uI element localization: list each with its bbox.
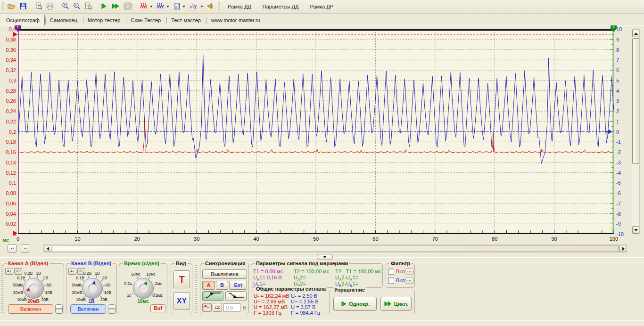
scroll-down-button[interactable] xyxy=(632,226,639,234)
channel-b-title: Канал В (В/дел) xyxy=(70,261,113,266)
calculator-button[interactable] xyxy=(171,1,187,12)
sync-level-input[interactable] xyxy=(223,303,240,312)
dropdown-arrow-icon[interactable] xyxy=(150,6,153,8)
knob-tick xyxy=(149,277,150,279)
marker-a-settings-button[interactable]: .. xyxy=(8,244,17,253)
toolbar-gripper[interactable] xyxy=(2,2,4,11)
tab-6[interactable]: www.motor-master.ru xyxy=(206,15,265,25)
buffer-button[interactable]: Buf xyxy=(150,304,165,312)
knob-scale-label: 0,5мс xyxy=(150,293,165,298)
toolbar-separator xyxy=(58,2,58,11)
tab-3[interactable]: Мотор-тестер xyxy=(83,15,126,25)
tab-2[interactable]: Самописец xyxy=(45,15,83,25)
rising-edge-button[interactable] xyxy=(202,291,223,301)
toolbar: √α Рамка ДДПараметры ДДРамка ДР xyxy=(0,0,644,14)
x-axis-label: 90 xyxy=(545,236,564,242)
oscillogram[interactable] xyxy=(18,29,614,234)
falling-edge-button[interactable] xyxy=(225,291,247,301)
scroll-left-button[interactable] xyxy=(44,245,51,252)
channel-b-minus-button[interactable]: — xyxy=(108,304,116,314)
scroll-up-button[interactable] xyxy=(632,30,639,37)
left-axis-label: 0,24 xyxy=(0,108,16,114)
right-axis-label: -6 xyxy=(616,190,631,196)
svg-text:√α: √α xyxy=(190,3,197,10)
sync-level-icon xyxy=(214,305,221,311)
zoom-vertical-button[interactable] xyxy=(60,1,71,12)
filter-checkbox-2[interactable] xyxy=(388,277,394,284)
tab-5[interactable]: Тест-мастер xyxy=(166,15,206,25)
left-axis-label: 0,04 xyxy=(0,211,16,217)
menu-item-3[interactable]: Рамка ДР xyxy=(310,4,333,9)
sync-source-2-button[interactable]: В xyxy=(216,281,228,290)
menu-item-2[interactable]: Параметры ДД xyxy=(263,4,299,9)
time-knob-area: 50мс10мс0,2с2мс1с0,5мс10мс xyxy=(119,269,167,307)
param-text: U xyxy=(253,275,257,280)
edit-disabled-icon xyxy=(124,2,132,11)
channel-b-power-button[interactable]: Включен xyxy=(70,304,106,314)
menu-gripper[interactable] xyxy=(218,2,220,11)
sync-off-button[interactable]: Выключена xyxy=(202,269,247,279)
right-axis-label: 4 xyxy=(616,88,631,94)
panel-gripper-2[interactable] xyxy=(195,265,197,314)
dropdown-arrow-icon[interactable] xyxy=(166,6,169,8)
filter-checkbox-1[interactable] xyxy=(388,269,394,275)
left-axis-label: 0,36 xyxy=(0,47,16,53)
sound-button[interactable] xyxy=(205,1,216,12)
knob-scale-label: 2В xyxy=(97,276,112,280)
tab-4[interactable]: Скан-Тестер xyxy=(125,15,166,25)
page-preview-button[interactable] xyxy=(83,1,94,12)
left-axis-label: 0,1 xyxy=(0,180,16,186)
start-button[interactable] xyxy=(98,1,109,12)
signal-a-menu-button[interactable] xyxy=(138,1,155,12)
view-xy-button[interactable]: XY xyxy=(173,292,190,310)
open-button[interactable] xyxy=(6,1,17,12)
dropdown-arrow-icon[interactable] xyxy=(200,6,203,8)
param-text: 2-U xyxy=(341,281,350,286)
cycle-run-button[interactable]: Цикл. xyxy=(380,297,412,311)
save-button[interactable] xyxy=(17,1,29,12)
math-functions-button[interactable]: √α xyxy=(187,1,205,12)
print-preview-button[interactable] xyxy=(33,1,44,12)
filter-settings-1-button[interactable]: ... xyxy=(405,268,413,275)
horizontal-scroll-thumb[interactable] xyxy=(52,245,619,252)
channel-a-power-button[interactable]: Включен xyxy=(8,304,53,314)
scroll-right-button[interactable] xyxy=(619,245,627,252)
tab-1[interactable]: Осциллограф xyxy=(1,15,45,25)
marker-2-flag[interactable]: 2 xyxy=(611,25,617,29)
plot-canvas[interactable] xyxy=(18,29,614,234)
up-arrow-icon xyxy=(634,33,638,35)
zoom-horizontal-button[interactable] xyxy=(71,1,83,12)
time-title: Время (с/дел) xyxy=(123,261,161,266)
start-cycle-button[interactable] xyxy=(109,1,122,12)
vertical-scrollbar[interactable] xyxy=(632,29,640,234)
channel-a-title: Канал А (В/дел) xyxy=(7,261,50,266)
signal-b-menu-button[interactable] xyxy=(155,1,171,12)
x-axis-unit-label: мс xyxy=(2,237,9,243)
channel-a-minus-button[interactable]: — xyxy=(55,304,63,314)
right-axis-label: 1 xyxy=(616,119,631,124)
collapse-panel-button[interactable] xyxy=(317,254,333,260)
sync-source-3-button[interactable]: Ext xyxy=(229,281,247,290)
filter-settings-2-button[interactable]: ... xyxy=(405,277,413,284)
vertical-scroll-thumb[interactable] xyxy=(632,38,639,164)
view-group: Вид T XY xyxy=(171,263,192,314)
sync-source-1-button[interactable]: А xyxy=(202,281,215,290)
x-axis-label: 60 xyxy=(366,236,385,242)
edit-button[interactable] xyxy=(122,1,134,12)
view-t-button[interactable]: T xyxy=(173,270,190,288)
single-run-button[interactable]: Однокр. xyxy=(333,297,377,311)
left-axis-label: 0,08 xyxy=(0,190,16,196)
trigger-level-arrow[interactable] xyxy=(13,32,17,37)
sync-mode-1-button[interactable] xyxy=(202,303,212,312)
param-text: 2-U xyxy=(341,275,350,280)
horizontal-scrollbar[interactable] xyxy=(43,244,627,253)
filter-group: Фильтр Вкл...Вкл... xyxy=(386,263,415,288)
general-param-b: U- = 2,50 В xyxy=(291,293,320,299)
menu-item-1[interactable]: Рамка ДД xyxy=(228,4,251,9)
marker-1-flag[interactable]: 1 xyxy=(15,25,21,29)
dropdown-arrow-icon[interactable] xyxy=(182,6,185,8)
marker-b-settings-button[interactable]: .. xyxy=(21,244,30,253)
print-button[interactable] xyxy=(44,1,56,12)
sync-mode-2-button[interactable] xyxy=(213,303,222,312)
play-single-icon xyxy=(340,301,347,307)
